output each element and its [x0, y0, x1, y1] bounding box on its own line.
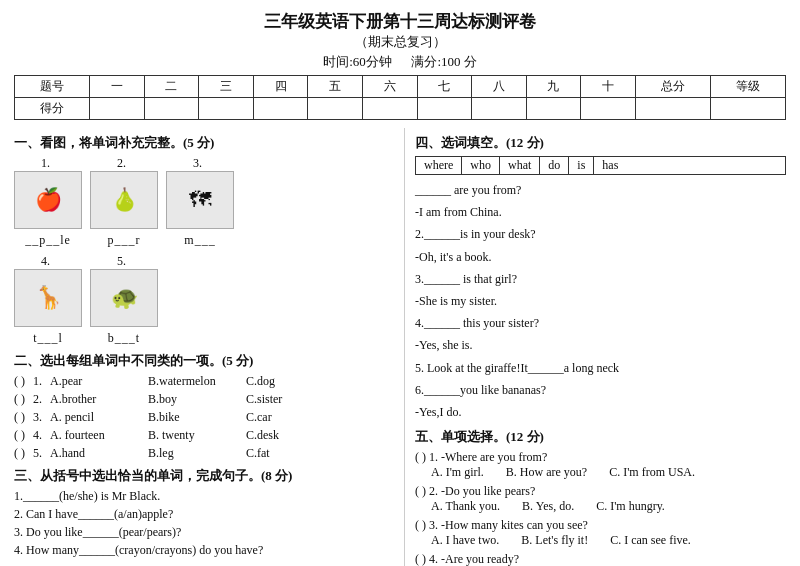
score-header-cell: 六: [362, 76, 417, 98]
section1-title: 一、看图，将单词补充完整。(5 分): [14, 134, 394, 152]
mc-option: A. Thank you.: [431, 499, 500, 514]
score-data-cell: [308, 98, 363, 120]
word-bank-item: what: [500, 157, 540, 174]
vocab-5: b___t: [108, 331, 140, 346]
vocab-4: t___l: [33, 331, 63, 346]
section2-row: ( )5.A.handB.legC.fat: [14, 446, 394, 461]
q-num: 3.: [33, 410, 42, 425]
section4-title: 四、选词填空。(12 分): [415, 134, 786, 152]
choice-c: C.desk: [246, 428, 279, 443]
word-bank-item: who: [462, 157, 500, 174]
paren: ( ): [14, 428, 25, 443]
time-line: 时间:60分钟 满分:100 分: [14, 53, 786, 71]
mc-option: B. Let's fly it!: [521, 533, 588, 548]
img-apple: 🍎: [14, 171, 82, 229]
score-header-cell: 五: [308, 76, 363, 98]
word-bank: wherewhowhatdoishas: [415, 156, 786, 175]
section2-row: ( )2.A.brotherB.boyC.sister: [14, 392, 394, 407]
mc-option: C. I'm hungry.: [596, 499, 665, 514]
section5-item: ( ) 1. -Where are you from?A. I'm girl.B…: [415, 450, 786, 480]
img-item-3: 3. 🗺 m___: [166, 156, 234, 248]
section4-row: -Yes,I do.: [415, 403, 786, 422]
score-data-cell: [144, 98, 199, 120]
section4-row: -I am from China.: [415, 203, 786, 222]
paren: ( ): [14, 410, 25, 425]
choice-c: C.sister: [246, 392, 282, 407]
score-header-cell: 等级: [710, 76, 785, 98]
mc-question: ( ) 2. -Do you like pears?: [415, 484, 786, 499]
section3-title: 三、从括号中选出恰当的单词，完成句子。(8 分): [14, 467, 394, 485]
img-giraffe: 🦒: [14, 269, 82, 327]
section5-item: ( ) 3. -How many kites can you see?A. I …: [415, 518, 786, 548]
paren: ( ): [14, 446, 25, 461]
left-column: 一、看图，将单词补充完整。(5 分) 1. 🍎 __p__le 2. 🍐 p__…: [14, 128, 394, 566]
word-bank-item: do: [540, 157, 569, 174]
mc-question: ( ) 4. -Are you ready?: [415, 552, 786, 566]
vocab-2: p___r: [108, 233, 141, 248]
score-header-cell: 八: [472, 76, 527, 98]
choice-b: B.watermelon: [148, 374, 238, 389]
section4-row: 5. Look at the giraffe!It______a long ne…: [415, 359, 786, 378]
section3-row: 1.______(he/she) is Mr Black.: [14, 489, 394, 504]
q-num: 4.: [33, 428, 42, 443]
section2: 二、选出每组单词中不同类的一项。(5 分) ( )1.A.pearB.water…: [14, 352, 394, 461]
choice-a: A. fourteen: [50, 428, 140, 443]
mc-option: A. I'm girl.: [431, 465, 484, 480]
score-data-cell: [90, 98, 145, 120]
score-header-cell: 一: [90, 76, 145, 98]
choice-b: B.leg: [148, 446, 238, 461]
paren: ( ): [14, 392, 25, 407]
choice-c: C.car: [246, 410, 272, 425]
section5-title: 五、单项选择。(12 分): [415, 428, 786, 446]
score-data-cell: 得分: [15, 98, 90, 120]
choice-a: A.hand: [50, 446, 140, 461]
section4-row: 6.______you like bananas?: [415, 381, 786, 400]
mc-options: A. I'm girl.B. How are you?C. I'm from U…: [415, 465, 786, 480]
mc-option: B. How are you?: [506, 465, 587, 480]
page-header: 三年级英语下册第十三周达标测评卷 （期末总复习） 时间:60分钟 满分:100 …: [14, 10, 786, 71]
img-item-4: 4. 🦒 t___l: [14, 254, 82, 346]
section5: 五、单项选择。(12 分) ( ) 1. -Where are you from…: [415, 428, 786, 566]
section4-row: 3.______ is that girl?: [415, 270, 786, 289]
vocab-1: __p__le: [25, 233, 71, 248]
section2-row: ( )3.A. pencilB.bikeC.car: [14, 410, 394, 425]
score-data-cell: [417, 98, 472, 120]
word-bank-item: has: [594, 157, 626, 174]
score-data-cell: [581, 98, 636, 120]
mc-option: C. I can see five.: [610, 533, 691, 548]
score-data-cell: [472, 98, 527, 120]
vocab-3: m___: [184, 233, 215, 248]
choice-a: A.pear: [50, 374, 140, 389]
main-layout: 一、看图，将单词补充完整。(5 分) 1. 🍎 __p__le 2. 🍐 p__…: [14, 128, 786, 566]
mc-question: ( ) 1. -Where are you from?: [415, 450, 786, 465]
section4-row: ______ are you from?: [415, 181, 786, 200]
full-score-label: 满分:100 分: [411, 54, 476, 69]
section4-row: -Oh, it's a book.: [415, 248, 786, 267]
section5-item: ( ) 2. -Do you like pears?A. Thank you.B…: [415, 484, 786, 514]
section4-row: 2.______is in your desk?: [415, 225, 786, 244]
score-header-cell: 题号: [15, 76, 90, 98]
section2-row: ( )1.A.pearB.watermelonC.dog: [14, 374, 394, 389]
page-title: 三年级英语下册第十三周达标测评卷: [14, 10, 786, 33]
img-item-1: 1. 🍎 __p__le: [14, 156, 82, 248]
paren: ( ): [14, 374, 25, 389]
word-bank-item: where: [416, 157, 462, 174]
section3: 三、从括号中选出恰当的单词，完成句子。(8 分) 1.______(he/she…: [14, 467, 394, 558]
choice-a: A. pencil: [50, 410, 140, 425]
section4-row: -Yes, she is.: [415, 336, 786, 355]
section4: 四、选词填空。(12 分) wherewhowhatdoishas ______…: [415, 134, 786, 422]
section4-row: -She is my sister.: [415, 292, 786, 311]
choice-b: B. twenty: [148, 428, 238, 443]
q-num: 1.: [33, 374, 42, 389]
mc-options: A. Thank you.B. Yes, do.C. I'm hungry.: [415, 499, 786, 514]
choice-c: C.fat: [246, 446, 270, 461]
score-table: 题号一二三四五六七八九十总分等级 得分: [14, 75, 786, 120]
img-map: 🗺: [166, 171, 234, 229]
score-data-cell: [362, 98, 417, 120]
mc-option: A. I have two.: [431, 533, 499, 548]
mc-option: B. Yes, do.: [522, 499, 574, 514]
word-bank-item: is: [569, 157, 594, 174]
score-header-cell: 二: [144, 76, 199, 98]
img-turtle: 🐢: [90, 269, 158, 327]
section1-images-top: 1. 🍎 __p__le 2. 🍐 p___r 3. 🗺 m___: [14, 156, 394, 248]
